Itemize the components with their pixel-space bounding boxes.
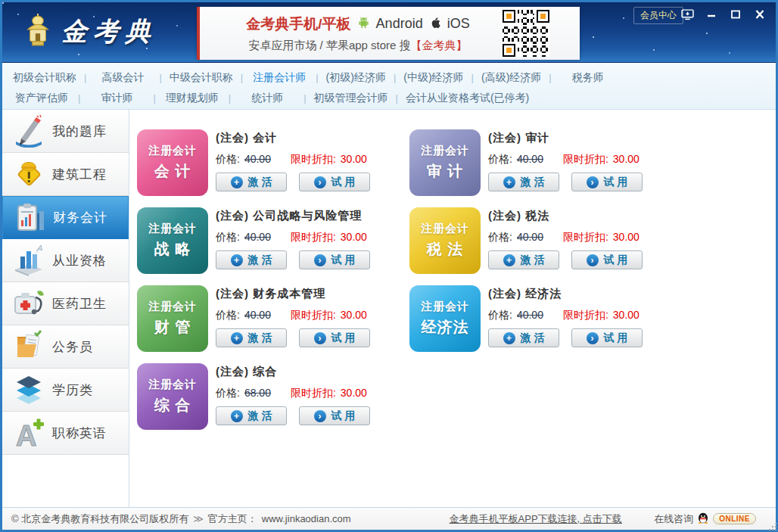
trial-button[interactable]: ›试 用 — [299, 328, 370, 347]
layers-icon — [11, 372, 46, 407]
homepage-label: 官方主页： — [208, 512, 257, 526]
arrows-separator: ≫ — [193, 513, 204, 524]
sidebar-item-label: 财务会计 — [53, 209, 107, 226]
button-row: +激 活›试 用 — [488, 328, 643, 347]
discount-label: 限时折扣: — [291, 309, 336, 322]
tab-separator: | — [229, 92, 231, 104]
tab-separator: | — [159, 72, 161, 83]
tab-separator: | — [241, 72, 243, 83]
product-badge: 注册会计审 计 — [409, 129, 481, 196]
activate-button[interactable]: +激 活 — [488, 173, 559, 191]
arrow-circle-icon: › — [587, 176, 599, 188]
sidebar-item-degree-category[interactable]: 学历类 — [2, 369, 129, 412]
trial-button[interactable]: ›试 用 — [571, 173, 643, 191]
apple-icon — [429, 17, 441, 32]
discount-label: 限时折扣: — [291, 153, 336, 166]
plus-circle-icon: + — [231, 254, 243, 266]
activate-button[interactable]: +激 活 — [216, 250, 287, 269]
tab-financial-planner[interactable]: 理财规划师 — [163, 90, 221, 107]
sidebar-item-construction-engineering[interactable]: 建筑工程 — [2, 153, 129, 196]
activate-label: 激 活 — [248, 254, 272, 267]
product-card-cpa-strategy: 注册会计战 略(注会) 公司战略与风险管理价格:40.00限时折扣:30.00+… — [137, 207, 409, 274]
tab-tax-agent[interactable]: 税务师 — [559, 70, 617, 86]
status-bar: © 北京金考典教育科技有限公司版权所有 ≫ 官方主页： www.jinkaodi… — [2, 507, 776, 530]
online-consult-block[interactable]: 在线咨询 ONLINE — [654, 512, 756, 526]
product-card-cpa-audit: 注册会计审 计(注会) 审计价格:40.00限时折扣:30.00+激 活›试 用 — [409, 129, 682, 196]
trial-button[interactable]: ›试 用 — [571, 250, 643, 269]
badge-line2: 审 计 — [427, 161, 464, 182]
qq-penguin-icon — [697, 512, 709, 526]
tab-auditor[interactable]: 审计师 — [88, 90, 145, 107]
tab-cpa[interactable]: 注册会计师 — [251, 70, 308, 86]
close-icon[interactable] — [750, 7, 770, 22]
sidebar-item-finance-accounting[interactable]: 财务会计 — [2, 196, 129, 239]
minimize-icon[interactable] — [702, 7, 721, 22]
activate-button[interactable]: +激 活 — [216, 406, 287, 425]
sidebar-item-label: 公务员 — [52, 338, 93, 356]
product-info: (注会) 综合价格:68.00限时折扣:30.00+激 活›试 用 — [216, 363, 370, 430]
sidebar-item-title-english[interactable]: A职称英语 — [2, 412, 129, 455]
price-value: 40.00 — [244, 153, 271, 165]
price-row: 价格:40.00限时折扣:30.00 — [488, 309, 643, 322]
copyright-text: © 北京金考典教育科技有限公司版权所有 — [11, 512, 188, 526]
pagoda-logo-icon — [22, 13, 54, 51]
price-value: 40.00 — [517, 309, 543, 321]
activate-button[interactable]: +激 活 — [216, 173, 287, 191]
discount-label: 限时折扣: — [563, 231, 608, 244]
app-logo: 金考典 — [22, 13, 157, 51]
sidebar-item-civil-servant[interactable]: 公务员 — [2, 325, 129, 369]
tab-row-1: 初级会计职称|高级会计|中级会计职称|注册会计师|(初级)经济师|(中级)经济师… — [5, 67, 773, 88]
tab-accounting-qualification[interactable]: 会计从业资格考试(已停考) — [406, 90, 529, 107]
maximize-icon[interactable] — [726, 7, 745, 22]
tab-senior-economist[interactable]: (高级)经济师 — [481, 70, 541, 86]
arrow-circle-icon: › — [587, 254, 599, 266]
homepage-link[interactable]: www.jinkaodian.com — [262, 513, 351, 524]
activate-button[interactable]: +激 活 — [216, 328, 287, 347]
product-title: (注会) 财务成本管理 — [216, 287, 370, 301]
member-center-button[interactable]: 会员中心 — [633, 7, 683, 24]
tab-senior-accounting[interactable]: 高级会计 — [94, 70, 151, 86]
trial-button[interactable]: ›试 用 — [299, 250, 370, 269]
sidebar-item-my-question-bank[interactable]: 我的题库 — [2, 110, 129, 153]
plus-circle-icon: + — [503, 254, 515, 266]
product-card-cpa-tax-law: 注册会计税 法(注会) 税法价格:40.00限时折扣:30.00+激 活›试 用 — [409, 207, 682, 274]
trial-label: 试 用 — [331, 331, 356, 345]
trial-button[interactable]: ›试 用 — [299, 406, 370, 425]
ios-label: iOS — [447, 16, 470, 32]
trial-button[interactable]: ›试 用 — [571, 328, 643, 347]
activate-button[interactable]: +激 活 — [488, 328, 559, 347]
badge-line2: 税 法 — [427, 239, 464, 260]
product-badge: 注册会计战 略 — [137, 207, 208, 274]
product-title: (注会) 公司战略与风险管理 — [216, 209, 370, 223]
product-badge: 注册会计综 合 — [137, 363, 208, 430]
sidebar-item-medical-health[interactable]: 医药卫生 — [2, 282, 129, 325]
trial-button[interactable]: ›试 用 — [299, 173, 370, 191]
app-download-link[interactable]: 金考典手机平板APP下载连接, 点击下载 — [450, 512, 622, 526]
tab-junior-accounting-title[interactable]: 初级会计职称 — [13, 70, 76, 86]
medical-kit-icon — [11, 286, 46, 321]
tab-separator: | — [153, 92, 155, 104]
minimize-to-tray-icon[interactable] — [677, 7, 697, 22]
trial-label: 试 用 — [331, 176, 356, 189]
sidebar-item-professional-qualification[interactable]: 从业资格 — [2, 239, 129, 282]
sidebar-item-label: 职称英语 — [52, 425, 107, 442]
trial-label: 试 用 — [604, 331, 628, 345]
promo-banner[interactable]: 金考典手机/平板 — [197, 7, 580, 60]
pencil-book-icon — [11, 114, 46, 148]
tab-intermediate-accounting-title[interactable]: 中级会计职称 — [170, 70, 233, 86]
price-row: 价格:40.00限时折扣:30.00 — [216, 309, 370, 322]
activate-button[interactable]: +激 活 — [488, 250, 559, 269]
plus-circle-icon: + — [231, 410, 243, 422]
resize-grip[interactable] — [772, 526, 773, 527]
tab-separator: | — [78, 92, 80, 104]
window-controls — [677, 7, 770, 22]
trial-label: 试 用 — [604, 176, 628, 189]
tab-junior-management-accountant[interactable]: 初级管理会计师 — [314, 90, 388, 107]
tab-junior-economist[interactable]: (初级)经济师 — [326, 70, 386, 86]
product-badge: 注册会计会 计 — [137, 129, 208, 196]
badge-line1: 注册会计 — [148, 378, 197, 392]
tab-statistician[interactable]: 统计师 — [238, 90, 296, 107]
banner-subtitle: 安卓应用市场 / 苹果app store 搜【金考典】 — [213, 39, 503, 53]
tab-asset-appraiser[interactable]: 资产评估师 — [13, 90, 70, 107]
tab-intermediate-economist[interactable]: (中级)经济师 — [403, 70, 463, 86]
